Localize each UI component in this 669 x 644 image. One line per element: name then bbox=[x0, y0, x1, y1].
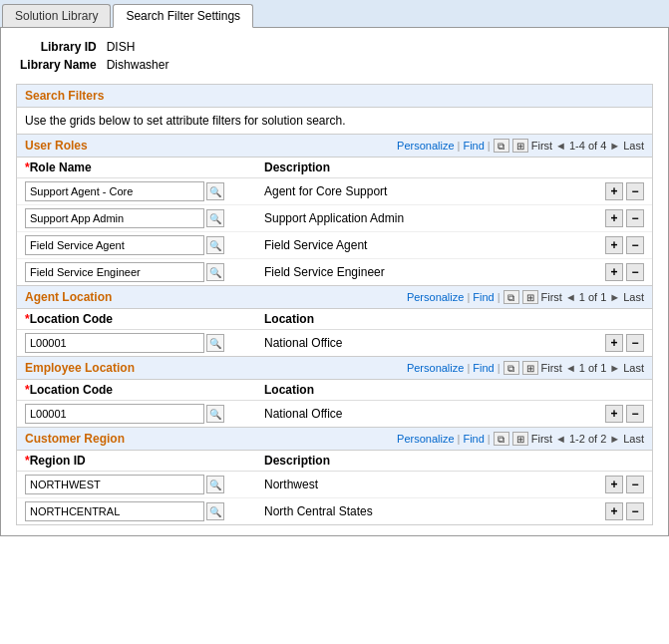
next-arrow-0[interactable]: ► bbox=[609, 140, 620, 152]
grids-container: User Roles Personalize | Find | ⧉ ⊞ Firs… bbox=[17, 135, 652, 524]
add-button-0-1[interactable]: + bbox=[605, 209, 623, 227]
add-button-0-0[interactable]: + bbox=[605, 182, 623, 200]
cell-col2-0-1: Support Application Admin bbox=[264, 211, 604, 225]
find-link-0[interactable]: Find bbox=[463, 140, 484, 152]
grid-icon-3[interactable]: ⊞ bbox=[512, 432, 528, 446]
row-input-3-1[interactable] bbox=[25, 501, 204, 521]
remove-button-3-0[interactable]: − bbox=[626, 476, 644, 493]
row-input-3-0[interactable] bbox=[25, 475, 204, 494]
count-text-3: 1-2 of 2 bbox=[569, 433, 606, 445]
next-arrow-1[interactable]: ► bbox=[609, 291, 620, 303]
popup-icon-3[interactable]: ⧉ bbox=[494, 432, 509, 446]
add-button-1-0[interactable]: + bbox=[605, 334, 623, 352]
prev-arrow-3[interactable]: ◄ bbox=[555, 433, 566, 445]
last-label-3[interactable]: Last bbox=[623, 433, 644, 445]
personalize-link-2[interactable]: Personalize bbox=[407, 362, 464, 374]
add-button-2-0[interactable]: + bbox=[605, 405, 623, 423]
col-headers-1: *Location CodeLocation bbox=[17, 309, 652, 330]
row-input-0-1[interactable] bbox=[25, 208, 204, 228]
col-headers-2: *Location CodeLocation bbox=[17, 380, 652, 401]
grid-icon-1[interactable]: ⊞ bbox=[522, 290, 538, 304]
remove-button-0-0[interactable]: − bbox=[626, 182, 644, 200]
remove-button-1-0[interactable]: − bbox=[626, 334, 644, 352]
library-info: Library ID DISH Library Name Dishwasher bbox=[16, 38, 653, 74]
first-label-1[interactable]: First bbox=[541, 291, 562, 303]
row-input-2-0[interactable] bbox=[25, 404, 204, 424]
row-input-0-3[interactable] bbox=[25, 262, 204, 282]
tab-solution-library[interactable]: Solution Library bbox=[2, 4, 111, 27]
remove-button-3-1[interactable]: − bbox=[626, 502, 644, 520]
table-row: 🔍North Central States+− bbox=[17, 498, 652, 524]
prev-arrow-1[interactable]: ◄ bbox=[565, 291, 576, 303]
search-icon-btn-0-3[interactable]: 🔍 bbox=[206, 263, 224, 281]
cell-col2-1-0: National Office bbox=[264, 336, 604, 350]
prev-arrow-2[interactable]: ◄ bbox=[565, 362, 576, 374]
add-button-0-2[interactable]: + bbox=[605, 236, 623, 254]
cell-col1-0-2: 🔍 bbox=[25, 235, 264, 255]
popup-icon-2[interactable]: ⧉ bbox=[503, 361, 519, 375]
personalize-link-3[interactable]: Personalize bbox=[397, 433, 454, 445]
library-id-label: Library ID bbox=[16, 38, 103, 56]
col-header-actions-2 bbox=[604, 383, 644, 397]
add-button-0-3[interactable]: + bbox=[605, 263, 623, 281]
required-star: * bbox=[25, 312, 30, 326]
last-label-1[interactable]: Last bbox=[623, 291, 644, 303]
row-input-0-2[interactable] bbox=[25, 235, 204, 255]
search-icon-btn-0-1[interactable]: 🔍 bbox=[206, 209, 224, 227]
row-input-0-0[interactable] bbox=[25, 181, 204, 201]
tab-search-filter-settings[interactable]: Search Filter Settings bbox=[113, 4, 253, 28]
find-link-3[interactable]: Find bbox=[463, 433, 484, 445]
col-header-2-0: *Location Code bbox=[25, 383, 264, 397]
row-actions-1-0: +− bbox=[604, 334, 644, 352]
row-actions-3-0: +− bbox=[604, 476, 644, 493]
first-label-3[interactable]: First bbox=[531, 433, 552, 445]
search-icon-btn-0-2[interactable]: 🔍 bbox=[206, 236, 224, 254]
col-header-2-1: Location bbox=[264, 383, 604, 397]
last-label-2[interactable]: Last bbox=[623, 362, 644, 374]
cell-col2-0-2: Field Service Agent bbox=[264, 238, 604, 252]
find-link-1[interactable]: Find bbox=[473, 291, 494, 303]
prev-arrow-0[interactable]: ◄ bbox=[555, 140, 566, 152]
count-text-1: 1 of 1 bbox=[579, 291, 607, 303]
grid-section-1: Agent Location Personalize | Find | ⧉ ⊞ … bbox=[17, 286, 652, 357]
grid-title-3: Customer Region bbox=[25, 432, 125, 446]
remove-button-2-0[interactable]: − bbox=[626, 405, 644, 423]
table-row: 🔍National Office+− bbox=[17, 401, 652, 427]
search-icon-btn-2-0[interactable]: 🔍 bbox=[206, 405, 224, 423]
search-icon-btn-0-0[interactable]: 🔍 bbox=[206, 182, 224, 200]
remove-button-0-2[interactable]: − bbox=[626, 236, 644, 254]
grid-nav-2: Personalize | Find | ⧉ ⊞ First ◄ 1 of 1 … bbox=[407, 361, 644, 375]
remove-button-0-3[interactable]: − bbox=[626, 263, 644, 281]
find-link-2[interactable]: Find bbox=[473, 362, 494, 374]
table-row: 🔍Agent for Core Support+− bbox=[17, 178, 652, 205]
cell-col1-1-0: 🔍 bbox=[25, 333, 264, 353]
grid-icon-2[interactable]: ⊞ bbox=[522, 361, 538, 375]
grid-header-0: User Roles Personalize | Find | ⧉ ⊞ Firs… bbox=[17, 135, 652, 158]
popup-icon-1[interactable]: ⧉ bbox=[503, 290, 519, 304]
required-star: * bbox=[25, 383, 30, 397]
cell-col1-2-0: 🔍 bbox=[25, 404, 264, 424]
personalize-link-0[interactable]: Personalize bbox=[397, 140, 454, 152]
count-text-0: 1-4 of 4 bbox=[569, 140, 606, 152]
row-input-1-0[interactable] bbox=[25, 333, 204, 353]
add-button-3-1[interactable]: + bbox=[605, 502, 623, 520]
grid-section-0: User Roles Personalize | Find | ⧉ ⊞ Firs… bbox=[17, 135, 652, 286]
next-arrow-3[interactable]: ► bbox=[609, 433, 620, 445]
grid-icon-0[interactable]: ⊞ bbox=[512, 139, 528, 153]
next-arrow-2[interactable]: ► bbox=[609, 362, 620, 374]
remove-button-0-1[interactable]: − bbox=[626, 209, 644, 227]
library-name-label: Library Name bbox=[16, 56, 103, 74]
add-button-3-0[interactable]: + bbox=[605, 476, 623, 493]
search-icon-btn-1-0[interactable]: 🔍 bbox=[206, 334, 224, 352]
search-icon-btn-3-1[interactable]: 🔍 bbox=[206, 502, 224, 520]
grid-header-3: Customer Region Personalize | Find | ⧉ ⊞… bbox=[17, 428, 652, 451]
last-label-0[interactable]: Last bbox=[623, 140, 644, 152]
row-actions-0-1: +− bbox=[604, 209, 644, 227]
first-label-0[interactable]: First bbox=[531, 140, 552, 152]
cell-col1-0-1: 🔍 bbox=[25, 208, 264, 228]
col-header-3-1: Description bbox=[264, 454, 604, 468]
first-label-2[interactable]: First bbox=[541, 362, 562, 374]
search-icon-btn-3-0[interactable]: 🔍 bbox=[206, 476, 224, 493]
popup-icon-0[interactable]: ⧉ bbox=[494, 139, 509, 153]
personalize-link-1[interactable]: Personalize bbox=[407, 291, 464, 303]
